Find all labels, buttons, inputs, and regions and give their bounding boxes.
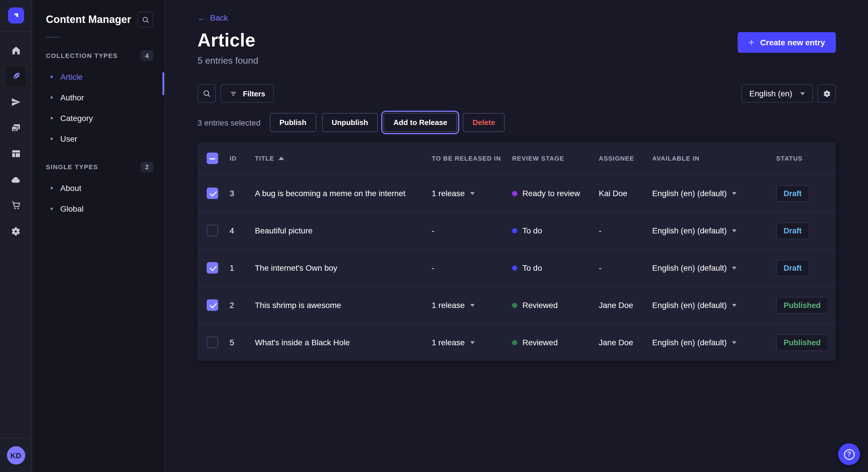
cell-assignee: - [599, 263, 652, 272]
locale-value: English (en) [749, 89, 792, 98]
section-label: SINGLE TYPES [46, 164, 98, 170]
user-avatar[interactable]: KD [7, 446, 25, 465]
help-button[interactable]: ? [838, 443, 860, 465]
back-arrow-icon: ← [197, 13, 206, 22]
col-header-title[interactable]: TITLE [255, 155, 432, 162]
cell-release-dropdown[interactable]: - [432, 263, 512, 272]
table-row[interactable]: 5 What's inside a Black Hole 1 release R… [197, 324, 836, 361]
add-to-release-button[interactable]: Add to Release [383, 113, 457, 132]
page-header-text: Article 5 entries found [197, 30, 258, 66]
cell-release-dropdown[interactable]: 1 release [432, 301, 512, 310]
create-new-entry-button[interactable]: + Create new entry [737, 32, 836, 53]
col-header-to-be-released-in[interactable]: TO BE RELEASED IN [432, 155, 512, 162]
chevron-down-icon [800, 92, 805, 95]
publish-button[interactable]: Publish [270, 113, 316, 132]
select-all-checkbox[interactable] [207, 153, 218, 164]
cell-assignee: - [599, 226, 652, 235]
strapi-logo[interactable] [8, 7, 24, 24]
sidebar-item-author[interactable]: Author [32, 87, 165, 108]
table-row[interactable]: 3 A bug is becoming a meme on the intern… [197, 174, 836, 212]
sidebar-item-article[interactable]: Article [32, 67, 165, 87]
cell-status: Draft [776, 185, 827, 202]
row-checkbox[interactable] [207, 188, 218, 199]
sidebar-item-about[interactable]: About [32, 178, 165, 198]
feather-icon [11, 71, 21, 81]
sidebar-item-global[interactable]: Global [32, 198, 165, 219]
question-mark-icon: ? [844, 449, 855, 460]
status-badge: Draft [776, 185, 809, 202]
nav-content-type-builder[interactable] [6, 144, 26, 164]
col-header-assignee[interactable]: ASSIGNEE [599, 155, 652, 162]
cell-locale-dropdown[interactable]: English (en) (default) [652, 226, 776, 235]
single-types-count: 2 [141, 162, 153, 172]
subnav-title: Content Manager [46, 13, 131, 26]
nav-deploy[interactable] [6, 170, 26, 189]
delete-button[interactable]: Delete [463, 113, 505, 132]
filter-icon [229, 89, 238, 98]
cell-status: Published [776, 297, 827, 313]
row-checkbox[interactable] [207, 337, 218, 348]
col-header-id[interactable]: ID [229, 155, 255, 162]
row-checkbox[interactable] [207, 225, 218, 236]
table-row[interactable]: 1 The internet's Own boy - To do - Engli… [197, 249, 836, 286]
col-header-available-in[interactable]: AVAILABLE IN [652, 155, 776, 162]
nav-content-manager[interactable] [6, 67, 26, 86]
bullet-icon [51, 138, 53, 140]
status-badge: Draft [776, 222, 809, 239]
nav-home[interactable] [6, 41, 26, 60]
cell-title: What's inside a Black Hole [255, 338, 432, 347]
row-checkbox[interactable] [207, 262, 218, 274]
cell-release-dropdown[interactable]: 1 release [432, 338, 512, 347]
review-stage-dot [512, 191, 517, 196]
media-images-icon [10, 123, 21, 133]
nav-marketplace[interactable] [6, 196, 26, 215]
locale-select[interactable]: English (en) [741, 84, 813, 103]
row-checkbox[interactable] [207, 299, 218, 311]
cell-assignee: Jane Doe [599, 338, 652, 347]
review-stage-label: Reviewed [522, 338, 558, 347]
cell-locale-dropdown[interactable]: English (en) (default) [652, 263, 776, 272]
release-value: 1 release [432, 338, 465, 347]
sidebar-item-category[interactable]: Category [32, 108, 165, 129]
locale-value: English (en) (default) [652, 263, 727, 272]
status-badge: Draft [776, 260, 809, 276]
gear-icon [822, 89, 832, 98]
section-head: COLLECTION TYPES 4 [32, 50, 165, 61]
unpublish-button[interactable]: Unpublish [322, 113, 378, 132]
sidebar-item-label: Category [60, 113, 93, 123]
cell-release-dropdown[interactable]: - [432, 226, 512, 235]
view-settings-button[interactable] [817, 84, 836, 103]
chevron-down-icon [470, 341, 474, 344]
sidebar-item-label: Author [60, 93, 84, 102]
release-value: 1 release [432, 189, 465, 198]
col-header-review-stage[interactable]: REVIEW STAGE [512, 155, 599, 162]
col-header-status[interactable]: STATUS [776, 155, 827, 162]
select-all-cell [207, 153, 229, 164]
entries-table: ID TITLE TO BE RELEASED IN REVIEW STAGE … [197, 142, 836, 361]
cell-locale-dropdown[interactable]: English (en) (default) [652, 189, 776, 198]
release-value: 1 release [432, 301, 465, 310]
cell-locale-dropdown[interactable]: English (en) (default) [652, 301, 776, 310]
filters-button[interactable]: Filters [220, 84, 274, 103]
filters-label: Filters [243, 89, 265, 98]
subnav-scroll-indicator[interactable] [162, 72, 164, 95]
cell-locale-dropdown[interactable]: English (en) (default) [652, 338, 776, 347]
cell-release-dropdown[interactable]: 1 release [432, 189, 512, 198]
single-types-section: SINGLE TYPES 2 About Global [32, 162, 165, 219]
subnav-search-button[interactable] [137, 11, 153, 28]
search-icon [141, 15, 150, 24]
nav-releases[interactable] [6, 92, 26, 112]
sidebar-item-user[interactable]: User [32, 129, 165, 149]
table-row[interactable]: 4 Beautiful picture - To do - English (e… [197, 212, 836, 249]
nav-settings[interactable] [6, 222, 26, 241]
cell-assignee: Kai Doe [599, 189, 652, 198]
review-stage-dot [512, 340, 517, 345]
cell-id: 5 [229, 338, 255, 347]
table-row[interactable]: 2 This shrimp is awesome 1 release Revie… [197, 286, 836, 324]
cell-review-stage: Reviewed [512, 301, 599, 310]
search-button[interactable] [197, 84, 216, 103]
back-link[interactable]: ← Back [197, 13, 228, 22]
cell-review-stage: Reviewed [512, 338, 599, 347]
nav-media-library[interactable] [6, 118, 26, 138]
chevron-down-icon [470, 304, 474, 307]
